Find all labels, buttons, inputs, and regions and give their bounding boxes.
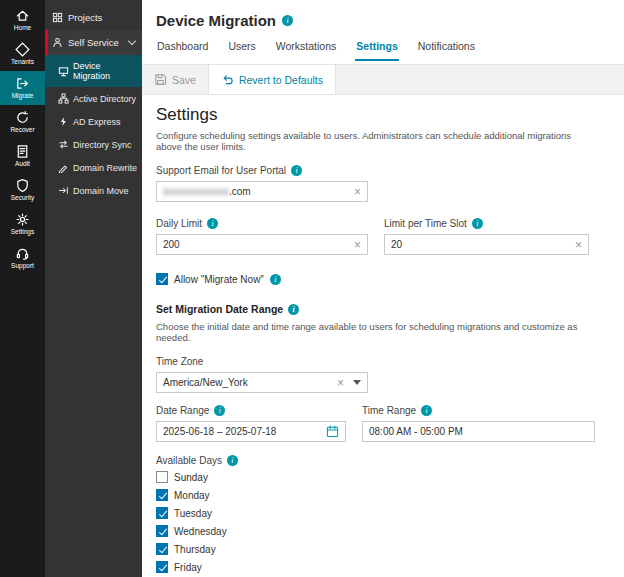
clear-icon[interactable] — [348, 239, 361, 251]
time-zone-label-row: Time Zone — [156, 356, 608, 367]
rail-item-home[interactable]: Home — [0, 3, 45, 37]
tab-workstations[interactable]: Workstations — [275, 36, 338, 61]
info-icon[interactable] — [270, 274, 281, 285]
info-icon[interactable] — [472, 218, 483, 229]
checkbox-monday[interactable] — [156, 489, 168, 501]
rail-item-label: Home — [14, 25, 31, 32]
save-icon — [154, 73, 167, 86]
sidebar-item-directory-sync[interactable]: Directory Sync — [45, 133, 142, 156]
time-zone-select[interactable]: America/New_York — [156, 372, 368, 393]
tab-notifications[interactable]: Notifications — [417, 36, 476, 61]
app-window: Home Tenants Migrate Recover Audit Secur… — [0, 0, 624, 577]
calendar-icon[interactable] — [320, 425, 339, 438]
info-icon[interactable] — [282, 15, 293, 26]
sidebar-item-active-directory[interactable]: Active Directory — [45, 87, 142, 110]
date-range-section-title-row: Set Migration Date Range — [156, 303, 608, 315]
headset-icon — [15, 246, 30, 261]
sidebar-item-label: Directory Sync — [73, 140, 132, 150]
clear-icon[interactable] — [348, 186, 361, 198]
rail-item-label: Audit — [15, 161, 30, 168]
chevron-down-icon[interactable] — [353, 380, 361, 385]
available-days-label: Available Days — [156, 455, 222, 466]
revert-to-defaults-button[interactable]: Revert to Defaults — [208, 65, 336, 94]
checkbox-tuesday[interactable] — [156, 507, 168, 519]
tab-users[interactable]: Users — [227, 36, 256, 61]
rail-item-tenants[interactable]: Tenants — [0, 37, 45, 71]
main-content: Device Migration Dashboard Users Worksta… — [142, 0, 624, 577]
available-days-list: Sunday Monday Tuesday Wednesday Thursday — [156, 471, 608, 577]
move-arrow-icon — [58, 185, 69, 196]
rail-item-label: Migrate — [12, 93, 34, 100]
clear-icon[interactable] — [569, 239, 582, 251]
sidebar-item-device-migration[interactable]: Device Migration — [45, 55, 142, 87]
checkbox-sunday[interactable] — [156, 471, 168, 483]
sidebar-item-label: Projects — [68, 12, 102, 23]
daily-limit-value: 200 — [163, 239, 180, 250]
time-zone-value: America/New_York — [163, 377, 248, 388]
sidebar-item-projects[interactable]: Projects — [45, 5, 142, 30]
info-icon[interactable] — [207, 218, 218, 229]
info-icon[interactable] — [421, 405, 432, 416]
migrate-icon — [15, 76, 30, 91]
settings-form: Settings Configure scheduling settings a… — [142, 95, 624, 577]
rail-item-label: Support — [11, 263, 34, 270]
day-label: Thursday — [174, 544, 216, 555]
module-sidebar: Projects Self Service Device Migration A… — [45, 0, 142, 577]
migrate-now-checkbox[interactable] — [156, 273, 168, 285]
slot-limit-value: 20 — [391, 239, 402, 250]
slot-limit-label: Limit per Time Slot — [384, 218, 467, 229]
rail-item-recover[interactable]: Recover — [0, 105, 45, 139]
sidebar-item-domain-rewrite[interactable]: Domain Rewrite — [45, 156, 142, 179]
audit-icon — [15, 144, 30, 159]
limits-row: Daily Limit 200 Limit per Time Slot 20 — [156, 218, 608, 271]
day-row: Friday — [156, 561, 608, 573]
sidebar-item-label: AD Express — [73, 117, 121, 127]
revert-button-label: Revert to Defaults — [239, 74, 323, 86]
time-range-field: Time Range 08:00 AM - 05:00 PM — [362, 405, 595, 442]
time-range-value: 08:00 AM - 05:00 PM — [369, 426, 463, 437]
rail-item-audit[interactable]: Audit — [0, 139, 45, 173]
support-email-value: xxxxxxxxxxxx.com — [163, 186, 251, 197]
checkbox-thursday[interactable] — [156, 543, 168, 555]
page-title: Device Migration — [156, 12, 276, 29]
self-service-person-icon — [52, 37, 63, 48]
tab-dashboard[interactable]: Dashboard — [156, 36, 209, 61]
time-range-input[interactable]: 08:00 AM - 05:00 PM — [362, 421, 595, 442]
sidebar-item-domain-move[interactable]: Domain Move — [45, 179, 142, 202]
checkbox-wednesday[interactable] — [156, 525, 168, 537]
save-button[interactable]: Save — [142, 65, 208, 94]
rail-item-settings[interactable]: Settings — [0, 207, 45, 241]
info-icon[interactable] — [214, 405, 225, 416]
gear-icon — [15, 212, 30, 227]
active-directory-sitemap-icon — [58, 93, 69, 104]
slot-limit-input[interactable]: 20 — [384, 234, 589, 255]
sidebar-item-ad-express[interactable]: AD Express — [45, 110, 142, 133]
sidebar-item-self-service[interactable]: Self Service — [45, 30, 142, 55]
info-icon[interactable] — [291, 165, 302, 176]
settings-heading: Settings — [156, 105, 608, 125]
clear-icon[interactable] — [331, 377, 344, 389]
daily-limit-label: Daily Limit — [156, 218, 202, 229]
day-label: Tuesday — [174, 508, 212, 519]
available-days-label-row: Available Days — [156, 455, 608, 466]
date-range-section-title: Set Migration Date Range — [156, 303, 283, 315]
migrate-now-row: Allow "Migrate Now" — [156, 273, 608, 285]
info-icon[interactable] — [227, 455, 238, 466]
info-icon[interactable] — [288, 304, 299, 315]
primary-nav-rail: Home Tenants Migrate Recover Audit Secur… — [0, 0, 45, 577]
date-range-value: 2025-06-18 – 2025-07-18 — [163, 426, 276, 437]
tab-settings[interactable]: Settings — [355, 36, 398, 61]
day-label: Monday — [174, 490, 210, 501]
date-range-input[interactable]: 2025-06-18 – 2025-07-18 — [156, 421, 346, 442]
rail-item-support[interactable]: Support — [0, 241, 45, 275]
rail-item-migrate[interactable]: Migrate — [0, 71, 45, 105]
projects-grid-icon — [52, 12, 63, 23]
rail-item-label: Tenants — [11, 59, 34, 66]
daily-limit-input[interactable]: 200 — [156, 234, 368, 255]
support-email-input[interactable]: xxxxxxxxxxxx.com — [156, 181, 368, 202]
day-row: Thursday — [156, 543, 608, 555]
checkbox-friday[interactable] — [156, 561, 168, 573]
rail-item-security[interactable]: Security — [0, 173, 45, 207]
date-time-row: Date Range 2025-06-18 – 2025-07-18 Time … — [156, 405, 608, 442]
page-header: Device Migration — [142, 0, 624, 33]
